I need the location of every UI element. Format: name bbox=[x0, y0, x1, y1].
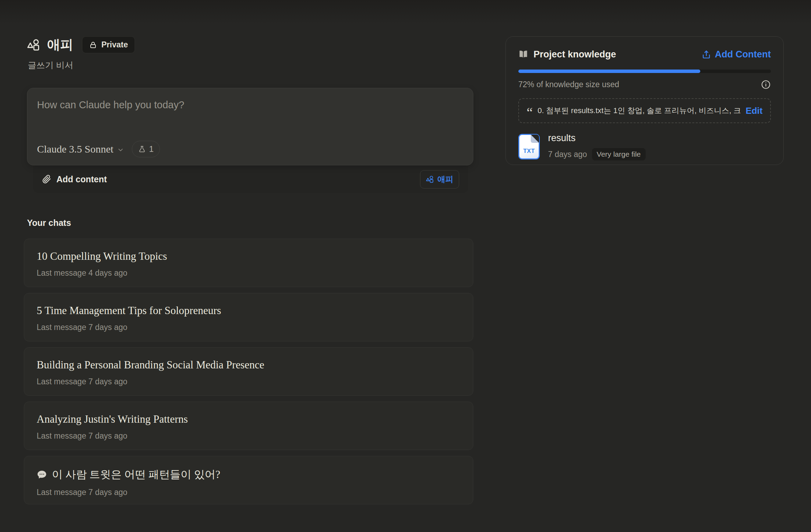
speech-balloon-icon bbox=[37, 469, 47, 480]
composer-controls: Claude 3.5 Sonnet 1 bbox=[37, 141, 160, 157]
project-header: 애피 Private bbox=[27, 36, 135, 54]
tools-counter[interactable]: 1 bbox=[132, 141, 160, 157]
knowledge-usage-text: 72% of knowledge size used bbox=[518, 80, 619, 89]
lock-icon bbox=[89, 41, 97, 49]
knowledge-header: Project knowledge Add Content bbox=[518, 49, 771, 60]
chat-list-item[interactable]: 이 사람 트윗은 어떤 패턴들이 있어? Last message 7 days… bbox=[24, 456, 473, 504]
chat-title: 10 Compelling Writing Topics bbox=[37, 250, 461, 263]
paperclip-icon bbox=[42, 175, 51, 184]
chat-title: 5 Time Management Tips for Solopreneurs bbox=[37, 304, 461, 317]
project-knowledge-panel: Project knowledge Add Content 72% of kno… bbox=[505, 36, 784, 165]
chat-meta: Last message 7 days ago bbox=[37, 431, 461, 441]
chat-meta: Last message 7 days ago bbox=[37, 488, 461, 497]
your-chats-heading: Your chats bbox=[27, 218, 71, 228]
chat-meta: Last message 4 days ago bbox=[37, 268, 461, 278]
knowledge-progress-fill bbox=[518, 70, 700, 73]
project-subtitle: 글쓰기 비서 bbox=[28, 59, 73, 71]
project-context-chip-label: 애피 bbox=[437, 174, 453, 185]
edit-instructions-link[interactable]: Edit bbox=[746, 106, 763, 116]
knowledge-add-content-label: Add Content bbox=[715, 49, 771, 60]
shapes-icon-small bbox=[426, 175, 434, 183]
chat-meta: Last message 7 days ago bbox=[37, 377, 461, 386]
project-page: 애피 Private 글쓰기 비서 How can Claude help yo… bbox=[0, 0, 811, 532]
project-title: 애피 bbox=[47, 36, 73, 54]
file-fold-corner bbox=[531, 135, 539, 143]
composer-add-bar: Add content 애피 bbox=[33, 165, 468, 193]
privacy-badge-label: Private bbox=[101, 40, 128, 49]
chat-meta: Last message 7 days ago bbox=[37, 323, 461, 332]
instructions-preview: 0. 첨부된 results.txt는 1인 창업, 솔로 프리뉴어, 비즈니스… bbox=[538, 106, 741, 116]
project-context-chip[interactable]: 애피 bbox=[420, 170, 459, 189]
project-instructions-box: “ 0. 첨부된 results.txt는 1인 창업, 솔로 프리뉴어, 비즈… bbox=[518, 98, 771, 123]
add-content-label: Add content bbox=[56, 174, 107, 184]
file-time: 7 days ago bbox=[548, 150, 587, 159]
book-open-icon bbox=[518, 49, 528, 59]
project-shapes-icon bbox=[27, 38, 40, 52]
info-icon[interactable] bbox=[761, 80, 771, 90]
knowledge-add-content-button[interactable]: Add Content bbox=[702, 49, 771, 60]
txt-file-icon: TXT bbox=[518, 134, 540, 159]
chat-title-text: 이 사람 트윗은 어떤 패턴들이 있어? bbox=[52, 467, 220, 482]
file-name: results bbox=[548, 133, 646, 144]
chat-title: Building a Personal Branding Social Medi… bbox=[37, 359, 461, 371]
chat-title: 이 사람 트윗은 어떤 패턴들이 있어? bbox=[37, 467, 461, 482]
chat-composer[interactable]: How can Claude help you today? Claude 3.… bbox=[27, 88, 473, 165]
chat-list: 10 Compelling Writing Topics Last messag… bbox=[24, 239, 473, 504]
chat-title: Analyzing Justin's Writing Patterns bbox=[37, 413, 461, 425]
knowledge-file-item[interactable]: TXT results 7 days ago Very large file bbox=[518, 133, 771, 160]
add-content-button[interactable]: Add content bbox=[42, 174, 107, 184]
tools-counter-value: 1 bbox=[149, 144, 154, 154]
chevron-down-icon bbox=[117, 146, 124, 154]
flask-icon bbox=[138, 145, 146, 153]
knowledge-progress-bar bbox=[518, 70, 771, 73]
knowledge-title: Project knowledge bbox=[534, 49, 616, 60]
quote-mark: “ bbox=[527, 109, 533, 116]
composer-placeholder: How can Claude help you today? bbox=[37, 99, 184, 111]
upload-icon bbox=[702, 50, 711, 59]
knowledge-caption-row: 72% of knowledge size used bbox=[518, 80, 771, 90]
model-selector-label: Claude 3.5 Sonnet bbox=[37, 143, 113, 155]
model-selector[interactable]: Claude 3.5 Sonnet bbox=[37, 143, 124, 155]
file-type-label: TXT bbox=[519, 148, 539, 155]
chat-list-item[interactable]: 5 Time Management Tips for Solopreneurs … bbox=[24, 293, 473, 341]
file-size-badge: Very large file bbox=[592, 148, 646, 160]
chat-list-item[interactable]: 10 Compelling Writing Topics Last messag… bbox=[24, 239, 473, 287]
chat-list-item[interactable]: Building a Personal Branding Social Medi… bbox=[24, 347, 473, 396]
chat-list-item[interactable]: Analyzing Justin's Writing Patterns Last… bbox=[24, 402, 473, 450]
privacy-badge[interactable]: Private bbox=[82, 36, 135, 53]
